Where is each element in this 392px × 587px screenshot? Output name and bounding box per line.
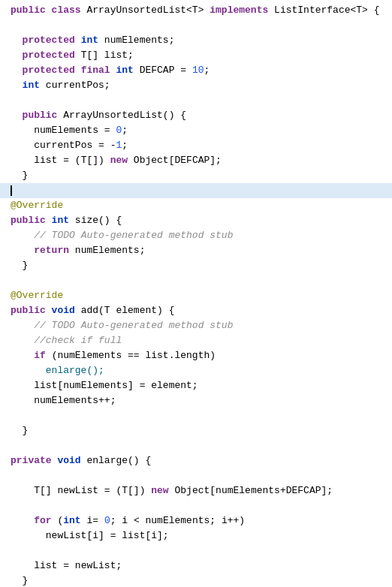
code-line: list = newList; (0, 558, 392, 573)
code-line: numElements++; (0, 393, 392, 408)
line-code: protected T[] list; (8, 48, 390, 63)
code-line: // TODO Auto-generated method stub (0, 228, 392, 243)
line-code: for (int i= 0; i < numElements; i++) (8, 513, 390, 528)
line-code: } (8, 258, 390, 273)
line-code: @Override (8, 288, 390, 303)
code-line (0, 408, 392, 423)
line-code: public int size() { (8, 213, 390, 228)
line-code: private void enlarge() { (8, 453, 390, 468)
code-line: protected final int DEFCAP = 10; (0, 63, 392, 78)
line-code: @Override (8, 198, 390, 213)
code-line (0, 438, 392, 453)
line-code: public void add(T element) { (8, 303, 390, 318)
code-line (0, 18, 392, 33)
line-code: public class ArrayUnsortedList<T> implem… (8, 3, 390, 18)
line-code: return numElements; (8, 243, 390, 258)
line-code (8, 273, 390, 288)
line-code: list = (T[]) new Object[DEFCAP]; (8, 153, 390, 168)
code-line: T[] newList = (T[]) new Object[numElemen… (0, 483, 392, 498)
code-line: } (0, 168, 392, 183)
line-code: protected final int DEFCAP = 10; (8, 63, 390, 78)
line-code: // TODO Auto-generated method stub (8, 318, 390, 333)
code-line (0, 543, 392, 558)
line-code: } (8, 573, 390, 587)
code-line (0, 468, 392, 483)
line-code: protected int numElements; (8, 33, 390, 48)
code-line: } (0, 573, 392, 587)
code-line: public void add(T element) { (0, 303, 392, 318)
line-code: } (8, 168, 390, 183)
code-editor: public class ArrayUnsortedList<T> implem… (0, 0, 392, 587)
line-code: int currentPos; (8, 78, 390, 93)
line-code: numElements = 0; (8, 123, 390, 138)
code-line: list = (T[]) new Object[DEFCAP]; (0, 153, 392, 168)
line-code (8, 498, 390, 513)
line-code: newList[i] = list[i]; (8, 528, 390, 543)
line-code: // TODO Auto-generated method stub (8, 228, 390, 243)
code-line: @Override (0, 198, 392, 213)
code-line: protected T[] list; (0, 48, 392, 63)
code-line (0, 93, 392, 108)
code-line: return numElements; (0, 243, 392, 258)
line-code: if (numElements == list.length) (8, 348, 390, 363)
code-line: list[numElements] = element; (0, 378, 392, 393)
code-line: newList[i] = list[i]; (0, 528, 392, 543)
code-line: public class ArrayUnsortedList<T> implem… (0, 3, 392, 18)
line-code: public ArrayUnsortedList() { (8, 108, 390, 123)
code-line: enlarge(); (0, 363, 392, 378)
code-line (0, 273, 392, 288)
code-line: // TODO Auto-generated method stub (0, 318, 392, 333)
code-line (0, 498, 392, 513)
line-code (8, 183, 390, 198)
line-code: } (8, 423, 390, 438)
code-line: numElements = 0; (0, 123, 392, 138)
code-line: protected int numElements; (0, 33, 392, 48)
code-line: int currentPos; (0, 78, 392, 93)
code-line: for (int i= 0; i < numElements; i++) (0, 513, 392, 528)
code-line: public int size() { (0, 213, 392, 228)
line-code: list = newList; (8, 558, 390, 573)
line-code: T[] newList = (T[]) new Object[numElemen… (8, 483, 390, 498)
line-code (8, 543, 390, 558)
code-line: //check if full (0, 333, 392, 348)
code-line (0, 183, 392, 198)
code-line: } (0, 423, 392, 438)
line-code: numElements++; (8, 393, 390, 408)
line-code (8, 438, 390, 453)
line-code: currentPos = -1; (8, 138, 390, 153)
line-code: enlarge(); (8, 363, 390, 378)
line-code (8, 18, 390, 33)
line-code: list[numElements] = element; (8, 378, 390, 393)
code-line: currentPos = -1; (0, 138, 392, 153)
line-code: //check if full (8, 333, 390, 348)
code-line: if (numElements == list.length) (0, 348, 392, 363)
text-cursor (11, 185, 12, 196)
code-line: @Override (0, 288, 392, 303)
code-line: public ArrayUnsortedList() { (0, 108, 392, 123)
line-code (8, 468, 390, 483)
code-line: } (0, 258, 392, 273)
line-code (8, 408, 390, 423)
line-code (8, 93, 390, 108)
code-line: private void enlarge() { (0, 453, 392, 468)
